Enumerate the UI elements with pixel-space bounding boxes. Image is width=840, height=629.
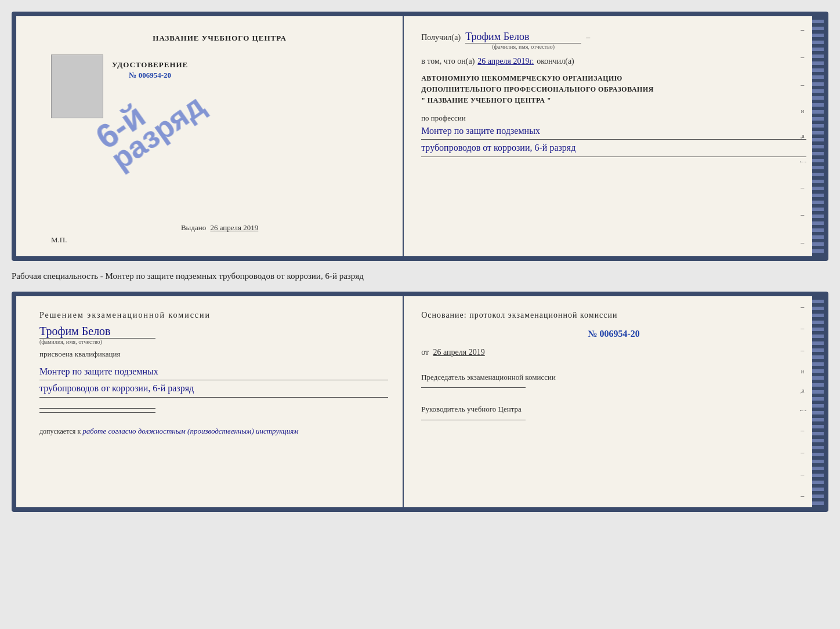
assigned-label: присвоена квалификация (39, 350, 388, 359)
bot-qual-line1: Монтер по защите подземных (39, 363, 388, 381)
letter-i: и (801, 108, 804, 114)
bot-dash-1: – (801, 303, 804, 311)
doc-left: НАЗВАНИЕ УЧЕБНОГО ЦЕНТРА УДОСТОВЕРЕНИЕ №… (16, 16, 404, 256)
date-from-prefix: от (421, 348, 429, 357)
bot-dash-7: – (801, 492, 804, 500)
allowed-prefix: допускается к (39, 427, 81, 435)
dash-1: – (801, 26, 804, 34)
date-line: в том, что он(а) 26 апреля 2019г. окончи… (421, 57, 806, 66)
protocol-date: от 26 апреля 2019 (421, 348, 806, 357)
basis-title: Основание: протокол экзаменационной коми… (421, 311, 806, 320)
right-dash-col: – – – и ,а ←- – – – (799, 16, 806, 256)
received-label: Получил(а) (421, 33, 461, 42)
protocol-number: № 006954-20 (421, 329, 806, 339)
extra-lines (39, 408, 388, 416)
dash-4: – (801, 183, 804, 192)
allowed-block: допускается к работе согласно должностны… (39, 427, 388, 436)
allowed-text: работе согласно должностным (производств… (82, 427, 298, 435)
top-document: НАЗВАНИЕ УЧЕБНОГО ЦЕНТРА УДОСТОВЕРЕНИЕ №… (12, 12, 828, 261)
director-title: Руководитель учебного Центра (421, 403, 806, 415)
dash-5: – (801, 210, 804, 219)
bot-left: Решением экзаменационной комиссии Трофим… (16, 296, 404, 507)
director-sig-line (421, 420, 526, 420)
chairman-sig-line (421, 387, 526, 388)
org-line1: АВТОНОМНУЮ НЕКОММЕРЧЕСКУЮ ОРГАНИЗАЦИЮ (421, 73, 806, 84)
issued-label: Выдано (181, 223, 206, 232)
dash-2: – (801, 53, 804, 61)
cert-title: УДОСТОВЕРЕНИЕ (112, 60, 188, 70)
org-line3: " НАЗВАНИЕ УЧЕБНОГО ЦЕНТРА " (421, 95, 806, 106)
bot-person-block: Трофим Белов (фамилия, имя, отчество) (39, 325, 388, 345)
profession-label: по профессии (421, 114, 806, 123)
bot-right-dash-col: – – – и ,а ←- – – – – (799, 296, 806, 507)
sig-line-2 (39, 412, 155, 413)
sig-line-1 (39, 408, 155, 409)
date-prefix: в том, что он(а) (421, 57, 475, 66)
issued-date: 26 апреля 2019 (210, 223, 258, 232)
middle-text: Рабочая специальность - Монтер по защите… (12, 267, 828, 286)
bot-qualification-block: Монтер по защите подземных трубопроводов… (39, 363, 388, 398)
bot-dash-2: – (801, 324, 804, 333)
cert-title-block: УДОСТОВЕРЕНИЕ № 006954-20 (112, 60, 188, 80)
director-block: Руководитель учебного Центра (421, 403, 806, 421)
name-subtitle-top: (фамилия, имя, отчество) (492, 43, 555, 50)
chairman-title: Председатель экзаменационной комиссии (421, 372, 806, 383)
top-left-title: НАЗВАНИЕ УЧЕБНОГО ЦЕНТРА (153, 34, 287, 43)
cert-number-prefix: № (129, 71, 136, 79)
issued-block: Выдано 26 апреля 2019 (181, 223, 258, 232)
bot-arrow: ←- (799, 407, 806, 413)
cert-number: № 006954-20 (112, 71, 188, 80)
bot-dash-4: – (801, 426, 804, 435)
bot-name-subtitle: (фамилия, имя, отчество) (39, 339, 102, 345)
received-block: Получил(а) Трофим Белов (фамилия, имя, о… (421, 31, 806, 50)
photo-placeholder (51, 54, 103, 118)
profession-line2: трубопроводов от коррозии, 6-й разряд (421, 140, 806, 157)
bot-qual-line2: трубопроводов от коррозии, 6-й разряд (39, 380, 388, 398)
letter-l: ←- (799, 158, 806, 165)
profession-block: по профессии Монтер по защите подземных … (421, 114, 806, 158)
recipient-name: Трофим Белов (465, 31, 581, 43)
bot-letter-i: и (801, 368, 804, 375)
date-value: 26 апреля 2019г. (477, 57, 534, 66)
letter-a: ,а (801, 133, 805, 139)
bot-dash-6: – (801, 470, 804, 479)
decision-title: Решением экзаменационной комиссии (39, 311, 388, 320)
bot-dash-5: – (801, 448, 804, 457)
org-block: АВТОНОМНУЮ НЕКОММЕРЧЕСКУЮ ОРГАНИЗАЦИЮ ДО… (421, 73, 806, 107)
org-line2: ДОПОЛНИТЕЛЬНОГО ПРОФЕССИОНАЛЬНОГО ОБРАЗО… (421, 84, 806, 95)
bot-dash-3: – (801, 346, 804, 355)
dash-3: – (801, 81, 804, 89)
mp-block: М.П. (51, 235, 67, 245)
protocol-date-value: 26 апреля 2019 (433, 348, 485, 357)
cert-number-value: 006954-20 (139, 71, 171, 79)
date-suffix: окончил(а) (537, 57, 574, 66)
bottom-document: Решением экзаменационной комиссии Трофим… (12, 292, 828, 512)
bot-right-border-decoration (812, 296, 824, 507)
bot-person-name: Трофим Белов (39, 325, 155, 339)
bot-letter-a: ,а (801, 387, 805, 394)
bot-right: Основание: протокол экзаменационной коми… (404, 296, 824, 507)
page-wrapper: НАЗВАНИЕ УЧЕБНОГО ЦЕНТРА УДОСТОВЕРЕНИЕ №… (12, 12, 828, 512)
right-border-decoration (812, 16, 824, 256)
doc-right: Получил(а) Трофим Белов (фамилия, имя, о… (404, 16, 824, 256)
profession-line1: Монтер по защите подземных (421, 123, 806, 140)
chairman-block: Председатель экзаменационной комиссии (421, 372, 806, 390)
dash-6: – (801, 238, 804, 247)
